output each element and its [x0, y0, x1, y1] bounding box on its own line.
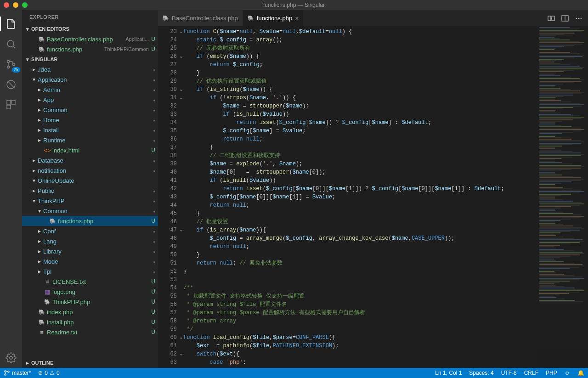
folder-item[interactable]: ▸Mode [22, 256, 158, 266]
close-window-button[interactable] [4, 2, 9, 8]
activity-search[interactable] [0, 34, 22, 54]
tree-item-label: Common [43, 107, 149, 113]
svg-rect-8 [7, 105, 11, 109]
folder-item[interactable]: ▾Application [22, 74, 158, 85]
minimize-window-button[interactable] [13, 2, 18, 8]
status-feedback[interactable]: ☺ [561, 368, 574, 378]
folder-item[interactable]: ▸Runtime [22, 135, 158, 145]
project-section-header[interactable]: ▾ SINGULAR [22, 54, 158, 64]
file-item[interactable]: ≡Readme.txtU [22, 327, 158, 337]
sidebar-title: EXPLORER [22, 10, 158, 24]
tree-item-label: Runtime [43, 137, 149, 144]
php-file-icon: 🐘 [38, 36, 46, 42]
folder-item[interactable]: ▸Conf [22, 226, 158, 236]
status-line-col[interactable]: Ln 1, Col 1 [431, 368, 465, 378]
open-editor-item[interactable]: ✕ 🐘 functions.php ThinkPHP/Common U [22, 44, 158, 54]
folder-item[interactable]: ▸Install [22, 125, 158, 135]
txt-file-icon: ≡ [43, 278, 51, 285]
chevron-right-icon: ▸ [36, 127, 43, 133]
svg-point-16 [581, 17, 582, 19]
git-status-badge [153, 157, 155, 164]
bell-icon: 🔔 [577, 370, 584, 376]
folder-item[interactable]: ▾Common [22, 206, 158, 216]
more-actions-icon[interactable] [575, 15, 582, 22]
activity-scm[interactable]: 2k [0, 54, 22, 74]
git-status-badge [153, 238, 155, 244]
folder-item[interactable]: ▸notification [22, 165, 158, 175]
folder-item[interactable]: ▸Common [22, 105, 158, 115]
folder-item[interactable]: ▸App [22, 95, 158, 105]
file-item[interactable]: ≡LICENSE.txtU [22, 276, 158, 287]
html-file-icon: <> [43, 147, 51, 154]
git-status-badge: U [151, 278, 155, 285]
php-file-icon: 🐘 [38, 46, 46, 52]
tab-actions [542, 10, 588, 26]
chevron-right-icon: ▸ [30, 167, 38, 174]
file-item[interactable]: 🐘functions.phpU [22, 216, 158, 226]
php-file-icon: 🐘 [43, 299, 51, 305]
open-editors-label: OPEN EDITORS [31, 26, 69, 32]
file-item[interactable]: <>index.htmlU [22, 145, 158, 155]
open-editors-header[interactable]: ▾ OPEN EDITORS [22, 24, 158, 34]
svg-rect-10 [548, 16, 551, 21]
svg-point-15 [578, 17, 580, 19]
editor-tab[interactable]: 🐘 functions.php × [243, 10, 304, 26]
maximize-window-button[interactable] [22, 2, 28, 8]
folder-item[interactable]: ▸Tpl [22, 266, 158, 276]
folder-item[interactable]: ▸Admin [22, 85, 158, 95]
folder-item[interactable]: ▸Lang [22, 236, 158, 246]
git-status-badge [153, 66, 155, 73]
minimap[interactable] [537, 27, 588, 368]
svg-point-14 [576, 17, 577, 19]
activity-bar: 2k [0, 10, 22, 368]
folder-item[interactable]: ▸.idea [22, 64, 158, 74]
outline-header[interactable]: ▸ OUTLINE [22, 358, 158, 368]
warning-icon: ⚠ [50, 370, 55, 376]
status-language[interactable]: PHP [542, 368, 561, 378]
split-editor-icon[interactable] [561, 15, 569, 22]
outline-label: OUTLINE [31, 360, 53, 366]
git-status-badge [153, 107, 155, 113]
tab-label: BaseController.class.php [172, 15, 238, 22]
chevron-right-icon: ▸ [30, 157, 38, 164]
editor-body[interactable]: 23⌄242526⌄27282930⌄31⌄323334353637383940… [158, 27, 588, 368]
folder-item[interactable]: ▸Home [22, 115, 158, 125]
chevron-right-icon: ▸ [24, 360, 31, 366]
status-spaces[interactable]: Spaces: 4 [465, 368, 497, 378]
file-item[interactable]: 🐘index.phpU [22, 307, 158, 317]
project-name-label: SINGULAR [31, 56, 57, 62]
folder-item[interactable]: ▸Public [22, 186, 158, 196]
file-item[interactable]: 🐘ThinkPHP.phpU [22, 297, 158, 307]
status-branch[interactable]: master* [0, 368, 34, 378]
status-problems[interactable]: ⊘0 ⚠0 [34, 368, 63, 378]
compare-changes-icon[interactable] [548, 15, 555, 22]
file-item[interactable]: 🐘install.phpU [22, 317, 158, 327]
folder-item[interactable]: ▾ThinkPHP [22, 196, 158, 206]
folder-item[interactable]: ▾OnlineUpdate [22, 175, 158, 186]
tree-item-label: Tpl [43, 268, 149, 275]
status-encoding[interactable]: UTF-8 [498, 368, 520, 378]
svg-rect-7 [11, 101, 15, 104]
git-status-badge [153, 268, 155, 275]
status-notifications[interactable]: 🔔 [574, 368, 588, 378]
svg-line-1 [13, 46, 15, 48]
chevron-down-icon: ▾ [24, 26, 31, 32]
activity-settings[interactable] [0, 348, 22, 368]
close-tab-icon[interactable]: × [295, 15, 299, 22]
file-item[interactable]: ▦logo.pngU [22, 287, 158, 297]
folder-item[interactable]: ▸Library [22, 246, 158, 256]
code-content[interactable]: function C($name=null, $value=null,$defa… [183, 27, 537, 368]
git-status-badge [153, 228, 155, 234]
folder-item[interactable]: ▸Database [22, 155, 158, 165]
php-file-icon: 🐘 [49, 218, 57, 224]
git-status-badge: U [151, 46, 155, 52]
editor-tab[interactable]: 🐘 BaseController.class.php [158, 10, 243, 26]
git-status-badge [153, 167, 155, 174]
svg-rect-6 [7, 101, 11, 104]
status-eol[interactable]: CRLF [520, 368, 542, 378]
open-editor-item[interactable]: ✕ 🐘 BaseController.class.php Applicati..… [22, 34, 158, 44]
activity-explorer[interactable] [0, 14, 22, 34]
activity-extensions[interactable] [0, 95, 22, 115]
activity-debug[interactable] [0, 74, 22, 95]
search-icon [6, 39, 17, 50]
